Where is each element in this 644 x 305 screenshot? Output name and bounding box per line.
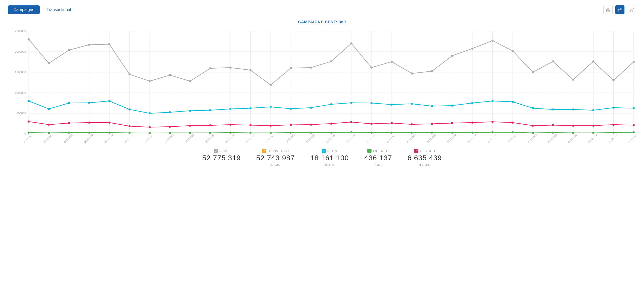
svg-point-161 — [249, 132, 251, 134]
delivered-label: DELIVERED — [268, 149, 289, 153]
svg-point-88 — [28, 100, 30, 102]
closed-pct: 36.54% — [419, 163, 430, 167]
svg-point-134 — [330, 123, 332, 125]
svg-point-133 — [310, 124, 312, 126]
svg-point-94 — [149, 112, 151, 114]
svg-point-79 — [471, 48, 473, 50]
legend-seen: SEEN 18 161 100 34.43% — [310, 149, 349, 167]
svg-point-92 — [108, 100, 110, 102]
svg-point-170 — [431, 132, 433, 134]
svg-point-172 — [471, 132, 473, 134]
svg-text:04.12.2023: 04.12.2023 — [588, 133, 598, 143]
svg-point-67 — [229, 67, 231, 69]
svg-text:07.11.2023: 07.11.2023 — [43, 133, 53, 143]
svg-point-143 — [512, 122, 514, 124]
svg-text:17.11.2023: 17.11.2023 — [245, 133, 255, 143]
legend-sent-header: SENT — [214, 149, 229, 153]
svg-point-114 — [552, 108, 554, 110]
svg-point-136 — [370, 123, 373, 125]
svg-point-120 — [48, 124, 50, 126]
line-chart-icon — [618, 7, 622, 12]
tab-transactional[interactable]: Transactional — [41, 5, 77, 14]
svg-point-102 — [310, 107, 312, 109]
svg-point-57 — [28, 38, 30, 40]
svg-point-151 — [48, 132, 50, 134]
seen-value: 18 161 100 — [310, 154, 349, 162]
svg-text:30.11.2023: 30.11.2023 — [507, 133, 517, 143]
opened-label: OPENED — [373, 149, 389, 153]
svg-point-113 — [532, 107, 534, 109]
svg-text:1000000: 1000000 — [15, 91, 26, 94]
header: Campaigns Transactional — [8, 5, 636, 14]
svg-point-81 — [512, 50, 514, 52]
svg-point-106 — [391, 104, 393, 106]
svg-point-159 — [209, 132, 211, 134]
svg-point-11 — [633, 8, 634, 9]
svg-point-175 — [532, 132, 534, 134]
svg-point-150 — [28, 132, 30, 134]
svg-point-90 — [68, 102, 70, 104]
svg-point-171 — [451, 132, 453, 134]
svg-point-72 — [330, 60, 332, 62]
svg-point-104 — [350, 102, 352, 104]
svg-point-80 — [492, 40, 494, 42]
svg-text:10.11.2023: 10.11.2023 — [104, 133, 114, 143]
legend-opened-header: OPENED — [367, 149, 389, 153]
svg-text:16.11.2023: 16.11.2023 — [225, 133, 235, 143]
svg-text:08.11.2023: 08.11.2023 — [63, 133, 74, 143]
svg-point-101 — [290, 108, 292, 110]
closed-value: 6 635 439 — [407, 154, 442, 162]
svg-point-123 — [108, 122, 110, 124]
svg-text:28.11.2023: 28.11.2023 — [467, 133, 477, 143]
svg-point-125 — [149, 126, 151, 128]
delivered-check — [262, 149, 266, 153]
svg-point-167 — [370, 132, 373, 134]
svg-point-58 — [48, 62, 50, 64]
campaigns-sent-value: 360 — [339, 20, 346, 24]
svg-point-85 — [592, 60, 594, 62]
legend-delivered-header: DELIVERED — [262, 149, 289, 153]
chart-area: .grid-line { stroke: #e8e8e8; stroke-wid… — [8, 26, 636, 144]
svg-text:22.11.2023: 22.11.2023 — [346, 133, 356, 143]
scatter-chart-icon — [629, 7, 634, 12]
svg-point-158 — [189, 132, 191, 134]
svg-point-109 — [451, 105, 453, 107]
svg-point-147 — [592, 125, 594, 127]
svg-point-152 — [68, 132, 70, 134]
svg-point-138 — [411, 123, 413, 125]
svg-point-173 — [492, 131, 494, 133]
svg-point-97 — [209, 109, 211, 111]
campaigns-sent-prefix: CAMPAIGNS SENT: — [298, 20, 337, 24]
line-chart-button[interactable] — [615, 5, 624, 14]
scatter-chart-button[interactable] — [627, 5, 636, 14]
svg-rect-1 — [607, 8, 609, 12]
svg-point-96 — [189, 110, 191, 112]
svg-point-61 — [108, 43, 110, 45]
svg-point-137 — [391, 122, 393, 124]
svg-point-157 — [169, 132, 171, 134]
svg-point-126 — [169, 126, 171, 128]
legend-opened: OPENED 436 137 2.4% — [364, 149, 392, 167]
sent-check — [214, 149, 218, 153]
bar-chart-button[interactable] — [603, 5, 613, 14]
tab-campaigns[interactable]: Campaigns — [8, 5, 40, 14]
tab-group: Campaigns Transactional — [8, 5, 77, 14]
svg-point-70 — [290, 67, 292, 69]
svg-point-12 — [630, 11, 631, 12]
legend-closed-header: CLOSED — [414, 149, 435, 153]
delivered-pct: 99.94% — [270, 163, 281, 167]
closed-label: CLOSED — [420, 149, 435, 153]
svg-point-122 — [88, 122, 90, 124]
svg-point-99 — [249, 107, 251, 109]
opened-value: 436 137 — [364, 154, 392, 162]
svg-point-140 — [451, 122, 453, 124]
svg-point-62 — [129, 73, 131, 75]
seen-check — [322, 149, 326, 153]
legend-seen-header: SEEN — [322, 149, 337, 153]
svg-point-5 — [620, 10, 620, 11]
svg-text:21.11.2023: 21.11.2023 — [325, 133, 336, 143]
svg-point-95 — [169, 111, 171, 113]
svg-point-156 — [149, 132, 151, 134]
svg-point-91 — [88, 102, 90, 104]
svg-text:23.11.2023: 23.11.2023 — [366, 133, 376, 143]
